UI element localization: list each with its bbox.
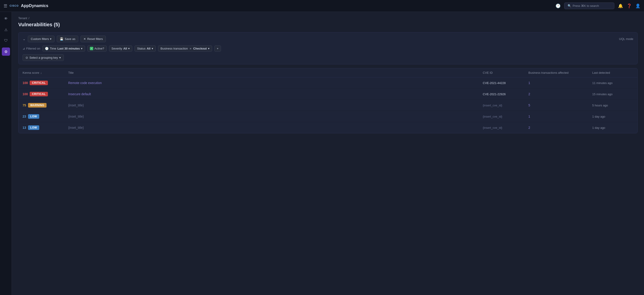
save-as-button[interactable]: 💾 Save as (57, 36, 78, 42)
severity-label: Severity (112, 47, 122, 50)
severity-filter-chip[interactable]: Severity All ▾ (109, 46, 132, 52)
menu-icon[interactable]: ☰ (4, 4, 7, 9)
save-icon: 💾 (60, 37, 64, 41)
vulnerabilities-table: Kenna score ↓ Title CVE ID Business tran… (18, 68, 638, 133)
custom-filters-label: Custom filters (31, 37, 49, 41)
time-chevron-icon: ▾ (81, 47, 82, 50)
severity-badge: LOW (28, 125, 40, 130)
group-icon: ⊙ (26, 56, 28, 59)
bt-value: Checkout (193, 47, 206, 50)
score-number: 23 (22, 115, 26, 118)
filter-icon: ⊿ (22, 47, 25, 50)
bt-affected-count[interactable]: 5 (528, 103, 592, 107)
bt-affected-count[interactable]: 2 (528, 92, 592, 96)
severity-badge: CRITICAL (30, 92, 48, 96)
reset-filters-button[interactable]: ✕ Reset filters (80, 36, 106, 42)
severity-badge: WARNING (28, 103, 47, 108)
cve-id: CVE-2021-22926 (483, 93, 528, 96)
active-label: Active? (94, 47, 104, 50)
sidebar-item-alerts[interactable]: ⚠ (2, 26, 10, 34)
search-icon: 🔍 (568, 4, 571, 8)
search-bar[interactable]: 🔍 Press ⌘K to search (564, 3, 614, 9)
time-filter-chip[interactable]: 🕐 Time Last 30 minutes ▾ (42, 46, 85, 52)
table-row[interactable]: 23 LOW {inset_title} {insert_cve_id} 1 1… (18, 111, 638, 122)
sidebar: 👁 ⚠ 🛡 ⚙ (0, 12, 12, 295)
last-detected: 15 minutes ago (592, 93, 633, 96)
col-business-transactions: Business transactions affected (528, 71, 592, 74)
sort-icon: ↓ (40, 71, 42, 74)
score-cell: 100 CRITICAL (22, 92, 68, 96)
user-icon[interactable]: 👤 (635, 4, 640, 9)
alert-triangle-icon: ⚠ (4, 28, 8, 32)
grouping-key-button[interactable]: ⊙ Select a grouping key ▾ (22, 54, 64, 61)
help-icon[interactable]: ❓ (627, 4, 632, 9)
main-content: Tenant / Vulnerabilities (5) ⌄ Custom fi… (12, 12, 644, 295)
sidebar-item-security[interactable]: 🛡 (2, 37, 10, 45)
sidebar-item-eye[interactable]: 👁 (2, 15, 10, 23)
business-transaction-filter-chip[interactable]: Business transaction = Checkout ▾ (158, 46, 212, 52)
status-label: Status (137, 47, 146, 50)
time-value: Last 30 minutes (58, 47, 80, 50)
top-navigation: ☰ CISCO AppDynamics 🕐 🔍 Press ⌘K to sear… (0, 0, 644, 12)
grouping-chevron-icon: ▾ (59, 56, 61, 59)
uql-mode-button[interactable]: UQL mode (619, 37, 633, 41)
filtered-on-label: ⊿ Filtered on (22, 47, 40, 50)
score-cell: 23 LOW (22, 114, 68, 119)
severity-value: All (123, 47, 127, 50)
search-placeholder: Press ⌘K to search (572, 4, 599, 8)
breadcrumb-separator: / (28, 17, 30, 20)
score-number: 100 (22, 81, 28, 85)
score-number: 13 (22, 126, 26, 129)
status-filter-chip[interactable]: Status All ▾ (134, 46, 156, 52)
table-row[interactable]: 13 LOW {inset_title} {insert_cve_id} 2 1… (18, 122, 638, 133)
status-chevron-icon: ▾ (152, 47, 153, 50)
vuln-title: {inset_title} (68, 103, 483, 107)
custom-filters-button[interactable]: Custom filters ▾ (28, 36, 54, 42)
notifications-icon[interactable]: 🔔 (618, 4, 623, 9)
filter-chevron-icon[interactable]: ⌄ (22, 37, 26, 41)
sidebar-item-settings[interactable]: ⚙ (2, 48, 10, 56)
plus-icon: + (217, 47, 219, 50)
last-detected: 1 day ago (592, 126, 633, 129)
cve-id: {insert_cve_id} (483, 104, 528, 107)
reset-icon: ✕ (84, 37, 86, 41)
time-label: Time (50, 47, 56, 50)
shield-icon: 🛡 (4, 39, 8, 43)
vuln-title: {inset_title} (68, 126, 483, 129)
severity-chevron-icon: ▾ (128, 47, 130, 50)
score-cell: 100 CRITICAL (22, 81, 68, 85)
bt-affected-count[interactable]: 2 (528, 126, 592, 129)
table-row[interactable]: 100 CRITICAL Insecure default CVE-2021-2… (18, 89, 638, 100)
vuln-title[interactable]: Remote code execution (68, 81, 483, 85)
score-cell: 13 LOW (22, 125, 68, 130)
last-detected: 1 day ago (592, 115, 633, 118)
status-value: All (147, 47, 150, 50)
breadcrumb-tenant[interactable]: Tenant (18, 17, 27, 20)
history-icon[interactable]: 🕐 (556, 4, 560, 9)
cve-id: {insert_cve_id} (483, 115, 528, 118)
check-icon: ✓ (90, 47, 93, 50)
table-row[interactable]: 75 WARNING {inset_title} {insert_cve_id}… (18, 100, 638, 111)
vuln-title[interactable]: Insecure default (68, 92, 483, 96)
score-number: 75 (22, 103, 26, 107)
last-detected: 11 minutes ago (592, 81, 633, 85)
cisco-logo: CISCO (10, 4, 19, 7)
eye-icon: 👁 (4, 17, 8, 21)
bt-affected-count[interactable]: 1 (528, 81, 592, 85)
bt-label: Business transaction (160, 47, 188, 50)
severity-badge: CRITICAL (30, 81, 48, 85)
grouping-label: Select a grouping key (30, 56, 58, 59)
col-kenna-score[interactable]: Kenna score ↓ (22, 71, 68, 74)
custom-filters-chevron-icon: ▾ (50, 37, 52, 41)
cve-id: CVE-2021-44228 (483, 81, 528, 85)
bt-affected-count[interactable]: 1 (528, 115, 592, 118)
score-number: 100 (22, 92, 28, 96)
add-filter-button[interactable]: + (214, 46, 221, 52)
table-row[interactable]: 100 CRITICAL Remote code execution CVE-2… (18, 77, 638, 89)
col-title: Title (68, 71, 483, 74)
severity-badge: LOW (28, 114, 40, 119)
active-filter-chip[interactable]: ✓ Active? (87, 46, 107, 52)
table-header: Kenna score ↓ Title CVE ID Business tran… (18, 68, 638, 77)
bt-chevron-icon: ▾ (208, 47, 210, 50)
page-title: Vulnerabilities (5) (18, 22, 638, 28)
